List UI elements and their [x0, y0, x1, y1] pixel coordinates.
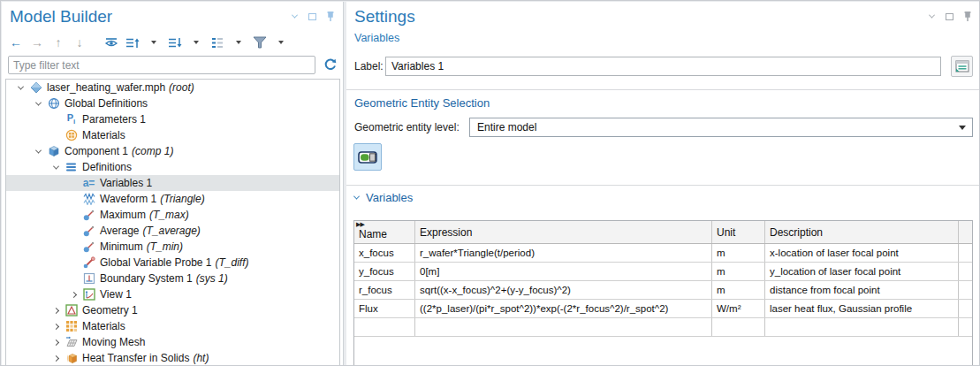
float-panel-icon[interactable]	[945, 11, 954, 21]
show-eye-button[interactable]	[104, 34, 118, 50]
collapse-all-button[interactable]	[125, 34, 140, 50]
table-row: x_focus r_wafer*Triangle(t/period) m x-l…	[354, 244, 972, 263]
tree-label: Global Definitions	[65, 97, 148, 110]
node-text-button[interactable]	[210, 34, 224, 50]
cell-expression[interactable]: ((2*p_laser)/(pi*r_spot^2))*exp(-(2*r_fo…	[415, 300, 712, 317]
expand-all-caret[interactable]	[189, 34, 203, 50]
geometric-entity-selection-header[interactable]: Geometric Entity Selection	[354, 96, 490, 110]
variables-section-header[interactable]: Variables	[354, 191, 413, 204]
variables-icon: a=	[80, 177, 97, 189]
label-input[interactable]	[385, 57, 941, 76]
table-empty-area[interactable]	[354, 337, 972, 366]
globe-icon	[45, 97, 62, 110]
tree-item-root[interactable]: laser_heating_wafer.mph (root)	[6, 80, 339, 95]
tree-item-parameters[interactable]: Pi Parameters 1	[6, 111, 339, 127]
tree-filter-input[interactable]	[8, 56, 315, 74]
tree-item-waveform-1[interactable]: Waveform 1 (Triangle)	[6, 191, 339, 207]
active-selection-toggle-button[interactable]	[353, 143, 382, 171]
tree-item-moving-mesh[interactable]: Moving Mesh	[6, 334, 339, 350]
move-up-button[interactable]: ↑	[51, 34, 65, 50]
geometric-entity-level-select[interactable]: Entire model	[469, 118, 973, 137]
tree-item-component-1[interactable]: Component 1 (comp 1)	[6, 143, 339, 159]
tree-item-maximum[interactable]: Maximum (T_max)	[6, 207, 339, 223]
tree-item-average[interactable]: Average (T_average)	[6, 223, 339, 239]
cell-description[interactable]: laser heat flux, Gaussian profile	[765, 300, 959, 317]
cell-unit[interactable]: m	[712, 263, 765, 280]
tree-item-boundary-system[interactable]: Boundary System 1 (sys 1)	[6, 271, 339, 286]
tree-tag: (comp 1)	[132, 145, 173, 157]
selected-entity-level: Entire model	[477, 121, 536, 133]
cell-extra	[959, 300, 972, 317]
comsol-window: Model Builder ← → ↑ ↓	[0, 0, 980, 366]
refresh-icon[interactable]	[322, 57, 338, 73]
expander-icon[interactable]	[49, 356, 63, 361]
tree-item-view-1[interactable]: View 1	[6, 286, 339, 302]
boundary-system-icon	[80, 272, 97, 285]
tree-item-heat-transfer[interactable]: Heat Transfer in Solids (ht)	[6, 350, 339, 366]
cell-expression[interactable]: 0[m]	[415, 263, 712, 280]
column-header-name[interactable]: ▶▶ Name	[354, 221, 415, 243]
tree-item-definitions[interactable]: Definitions	[6, 159, 339, 175]
cell-extra	[959, 281, 972, 299]
node-text-caret[interactable]	[232, 34, 246, 50]
expander-icon[interactable]	[66, 293, 80, 297]
tree-label: Heat Transfer in Solids	[82, 352, 189, 364]
expander-icon[interactable]	[49, 309, 63, 313]
expander-icon[interactable]	[49, 165, 63, 170]
show-label-form-button[interactable]	[951, 56, 973, 77]
cell-name[interactable]: r_focus	[354, 281, 415, 299]
tree-item-minimum[interactable]: Minimum (T_min)	[6, 239, 339, 255]
tree-item-global-definitions[interactable]: Global Definitions	[6, 95, 339, 111]
cell-name[interactable]: Flux	[354, 300, 415, 317]
table-row: r_focus sqrt((x-x_focus)^2+(y-y_focus)^2…	[354, 281, 972, 300]
expander-icon[interactable]	[31, 102, 45, 106]
filter-funnel-button[interactable]	[253, 34, 267, 50]
cell-unit[interactable]: m	[712, 244, 765, 262]
cell-name[interactable]: x_focus	[354, 244, 415, 262]
tree-item-geometry-1[interactable]: Geometry 1	[6, 302, 339, 318]
column-header-expression[interactable]: Expression	[415, 221, 712, 243]
tree-label: Global Variable Probe 1	[100, 256, 212, 269]
cell-name[interactable]: y_focus	[354, 263, 415, 280]
column-header-description[interactable]: Description	[765, 221, 959, 243]
cell-expression[interactable]: sqrt((x-x_focus)^2+(y-y_focus)^2)	[415, 281, 712, 299]
cell-description[interactable]	[765, 318, 959, 336]
expander-icon[interactable]	[13, 86, 27, 90]
tree-tag: (Triangle)	[160, 193, 204, 205]
tree-label: Minimum	[100, 240, 143, 253]
cell-description[interactable]: distance from focal point	[765, 281, 959, 299]
tree-item-variables-1[interactable]: a= Variables 1	[6, 175, 339, 191]
variables-table: ▶▶ Name Expression Unit Description x_fo…	[353, 220, 973, 366]
back-button[interactable]: ←	[9, 34, 23, 50]
expander-icon[interactable]	[31, 149, 45, 154]
forward-button[interactable]: →	[30, 34, 44, 50]
panel-menu-icon[interactable]	[927, 11, 937, 21]
cell-unit[interactable]: W/m²	[712, 300, 765, 317]
model-builder-title: Model Builder	[10, 7, 112, 27]
pin-panel-icon[interactable]	[325, 11, 335, 21]
cell-expression[interactable]: r_wafer*Triangle(t/period)	[415, 244, 712, 262]
tree-item-materials-global[interactable]: Materials	[6, 127, 339, 143]
column-header-unit[interactable]: Unit	[712, 221, 765, 243]
cell-expression[interactable]	[415, 318, 712, 336]
cell-extra	[959, 244, 972, 262]
section-divider	[346, 185, 980, 186]
cell-description[interactable]: y_location of laser focal point	[765, 263, 959, 280]
tree-item-global-variable-probe[interactable]: Global Variable Probe 1 (T_diff)	[6, 255, 339, 271]
cell-name[interactable]	[354, 318, 415, 336]
tree-label: View 1	[100, 288, 132, 301]
panel-menu-icon[interactable]	[290, 11, 300, 21]
cell-unit[interactable]: m	[712, 281, 765, 299]
expander-icon[interactable]	[49, 340, 63, 345]
cell-unit[interactable]	[712, 318, 765, 336]
filter-funnel-caret[interactable]	[274, 34, 288, 50]
label-field-label: Label:	[354, 57, 384, 76]
tree-item-materials-component[interactable]: Materials	[6, 318, 339, 334]
expand-all-button[interactable]	[168, 34, 182, 50]
cell-description[interactable]: x-location of laser focal point	[765, 244, 959, 262]
move-down-button[interactable]: ↓	[72, 34, 87, 50]
pin-panel-icon[interactable]	[962, 11, 972, 21]
expander-icon[interactable]	[49, 324, 63, 329]
float-panel-icon[interactable]	[308, 11, 317, 21]
collapse-all-caret[interactable]	[147, 34, 161, 50]
